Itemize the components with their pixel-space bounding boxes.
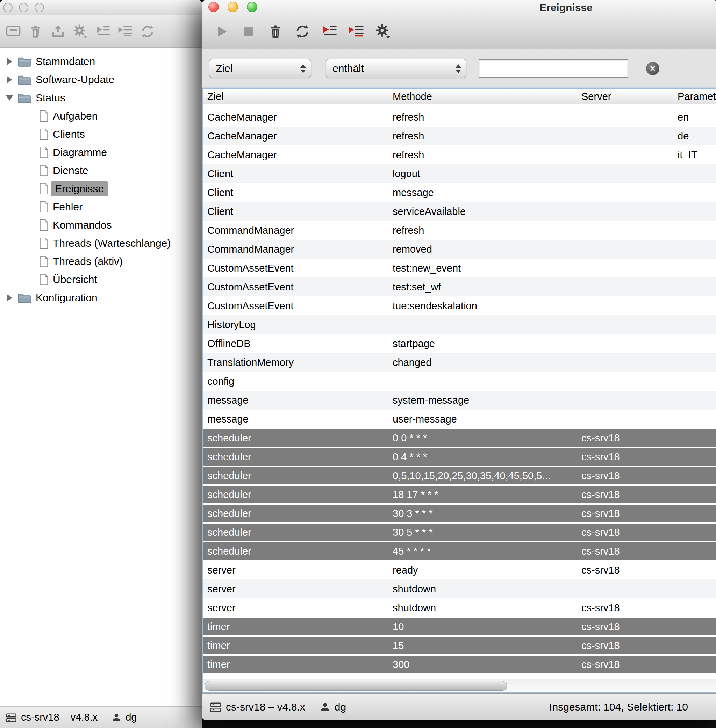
- table-row[interactable]: CacheManagerrefreshen: [203, 107, 716, 127]
- tree-item-ereignisse[interactable]: Ereignisse: [0, 180, 202, 198]
- table-row[interactable]: timer300cs-srv18: [203, 655, 716, 674]
- filter-operator-select[interactable]: enthält: [326, 59, 466, 78]
- cell-ziel: CacheManager: [203, 127, 388, 145]
- event-table-body: CacheManagerrefreshenCacheManagerrefresh…: [203, 104, 716, 679]
- export-button: [49, 23, 67, 41]
- column-header-ziel[interactable]: Ziel: [203, 89, 388, 104]
- cell-methode: removed: [388, 240, 577, 259]
- table-row[interactable]: CustomAssetEventtest:new_event: [203, 259, 716, 277]
- cell-server: [577, 353, 674, 372]
- table-row[interactable]: ClientserviceAvailable: [203, 202, 716, 221]
- tree-item-clients[interactable]: Clients: [0, 125, 202, 143]
- tree-item-threads-warteschlange-[interactable]: Threads (Warteschlange): [0, 234, 202, 252]
- tree-item--bersicht[interactable]: Übersicht: [0, 271, 202, 289]
- events-toolbar: [213, 15, 391, 48]
- table-row[interactable]: timer10cs-srv18: [203, 617, 716, 636]
- tree-item-threads-aktiv-[interactable]: Threads (aktiv): [0, 252, 202, 271]
- table-row[interactable]: messageuser-message: [203, 410, 716, 428]
- folder-icon: [17, 292, 32, 303]
- cell-methode: 0 4 * * *: [388, 447, 577, 466]
- filter-search-input[interactable]: [479, 59, 628, 77]
- minimize-button[interactable]: [228, 2, 238, 12]
- table-row[interactable]: CustomAssetEventtue:sendeskalation: [203, 297, 716, 315]
- column-header-parameter[interactable]: Parameter: [674, 89, 716, 104]
- tree-item-software-update[interactable]: Software-Update: [0, 71, 202, 89]
- tree-item-status[interactable]: Status: [0, 89, 202, 107]
- table-row[interactable]: TranslationMemorychanged: [203, 353, 716, 372]
- table-row[interactable]: messagesystem-message: [203, 391, 716, 410]
- table-row[interactable]: scheduler0 4 * * *cs-srv18: [203, 447, 716, 466]
- document-icon: [39, 237, 49, 249]
- table-row[interactable]: HistoryLog: [203, 315, 716, 334]
- tree-item-label: Dienste: [53, 165, 88, 177]
- cell-parameter: [674, 240, 716, 259]
- horizontal-scrollbar[interactable]: [203, 679, 716, 692]
- gear-button[interactable]: [375, 23, 391, 40]
- tree-item-konfiguration[interactable]: Konfiguration: [0, 289, 202, 307]
- cell-server: [577, 240, 674, 259]
- cell-server: [577, 410, 674, 428]
- zoom-button[interactable]: [247, 2, 257, 12]
- table-row[interactable]: CacheManagerrefreshit_IT: [203, 145, 716, 164]
- cell-ziel: config: [203, 372, 388, 391]
- cell-ziel: server: [203, 580, 388, 598]
- cell-ziel: timer: [203, 617, 388, 636]
- cell-parameter: [674, 504, 716, 523]
- clear-filter-button[interactable]: ×: [646, 62, 659, 75]
- refresh-button[interactable]: [294, 23, 311, 40]
- column-header-server[interactable]: Server: [577, 89, 674, 104]
- run-events-button[interactable]: [321, 23, 338, 40]
- cell-parameter: [674, 221, 716, 240]
- cell-methode: 30 5 * * *: [388, 523, 577, 542]
- table-row[interactable]: CommandManagerrefresh: [203, 221, 716, 240]
- tree-item-stammdaten[interactable]: Stammdaten: [0, 52, 202, 71]
- gear-button: [71, 23, 90, 41]
- chevron-right-icon[interactable]: [3, 56, 15, 67]
- tree-item-label: Threads (aktiv): [53, 256, 123, 267]
- cell-server: [577, 391, 674, 410]
- cell-ziel: CustomAssetEvent: [203, 297, 388, 315]
- chevron-right-icon[interactable]: [3, 292, 15, 304]
- tree-item-dienste[interactable]: Dienste: [0, 162, 202, 180]
- cell-server: [577, 277, 674, 297]
- table-row[interactable]: timer15cs-srv18: [203, 636, 716, 655]
- table-row[interactable]: scheduler30 3 * * *cs-srv18: [203, 504, 716, 523]
- table-row[interactable]: scheduler0,5,10,15,20,25,30,35,40,45,50,…: [203, 466, 716, 485]
- table-row[interactable]: servershutdowncs-srv18: [203, 598, 716, 617]
- run-marker-button[interactable]: [348, 23, 365, 40]
- table-row[interactable]: scheduler30 5 * * *cs-srv18: [203, 523, 716, 542]
- tree-item-kommandos[interactable]: Kommandos: [0, 216, 202, 234]
- close-button[interactable]: [3, 3, 12, 12]
- filter-field-select[interactable]: Ziel: [209, 59, 311, 78]
- tree-item-diagramme[interactable]: Diagramme: [0, 143, 202, 162]
- folder-icon: [17, 74, 32, 85]
- table-row[interactable]: CommandManagerremoved: [203, 240, 716, 259]
- table-row[interactable]: servershutdown: [203, 580, 716, 598]
- table-row[interactable]: config: [203, 372, 716, 391]
- chevron-down-icon[interactable]: [3, 92, 15, 104]
- table-row[interactable]: Clientmessage: [203, 183, 716, 202]
- filter-operator-value: enthält: [332, 62, 455, 74]
- table-row[interactable]: scheduler45 * * * *cs-srv18: [203, 542, 716, 561]
- table-row[interactable]: OfflineDBstartpage: [203, 334, 716, 353]
- trash-button[interactable]: [267, 23, 284, 40]
- column-header-methode[interactable]: Methode: [388, 89, 577, 104]
- zoom-button[interactable]: [35, 3, 44, 12]
- close-button[interactable]: [208, 2, 219, 12]
- tree-item-aufgaben[interactable]: Aufgaben: [0, 107, 202, 125]
- table-row[interactable]: serverreadycs-srv18: [203, 561, 716, 580]
- table-row[interactable]: CustomAssetEventtest:set_wf: [203, 277, 716, 297]
- scrollbar-thumb[interactable]: [205, 681, 507, 690]
- cell-ziel: scheduler: [203, 523, 388, 542]
- tree-item-fehler[interactable]: Fehler: [0, 198, 202, 216]
- cell-methode: tue:sendeskalation: [388, 297, 577, 315]
- table-row[interactable]: CacheManagerrefreshde: [203, 127, 716, 145]
- table-row[interactable]: Clientlogout: [203, 164, 716, 183]
- chevron-right-icon[interactable]: [3, 74, 15, 86]
- table-row[interactable]: scheduler0 0 * * *cs-srv18: [203, 428, 716, 447]
- table-row[interactable]: scheduler18 17 * * *cs-srv18: [203, 485, 716, 504]
- cell-ziel: Client: [203, 164, 388, 183]
- tree-item-label: Kommandos: [53, 219, 112, 231]
- minimize-button[interactable]: [19, 3, 28, 12]
- cell-server: cs-srv18: [577, 561, 674, 580]
